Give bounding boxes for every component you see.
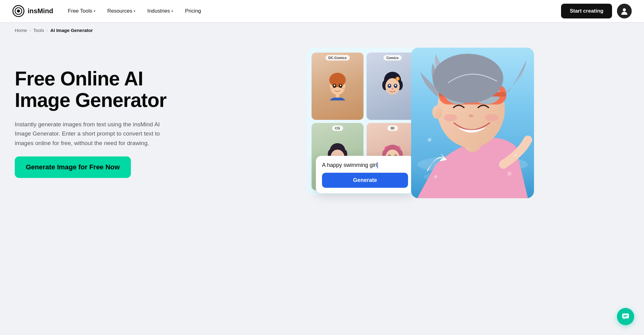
hero-description: Instantly generate images from text usin… (15, 120, 168, 148)
svg-rect-65 (622, 313, 629, 318)
svg-point-58 (485, 114, 498, 121)
svg-point-60 (432, 105, 442, 119)
nav-free-tools[interactable]: Free Tools ▾ (63, 6, 100, 17)
user-avatar-button[interactable] (617, 4, 632, 18)
svg-point-21 (389, 85, 390, 86)
svg-point-3 (623, 8, 626, 11)
nav-industries[interactable]: Industries ▾ (142, 6, 178, 17)
thumbnail-comics: Comics (367, 53, 418, 120)
svg-point-63 (434, 175, 437, 178)
generate-cta-button[interactable]: Generate Image for Free Now (15, 156, 131, 178)
swimmer-svg (411, 48, 534, 198)
thumbnail-dc-comics: DC-Comics (312, 53, 363, 120)
breadcrumb-sep-2: › (46, 28, 48, 33)
svg-point-24 (386, 88, 389, 89)
illustration-container: DC-Comics (307, 48, 534, 198)
breadcrumb-home[interactable]: Home (15, 28, 27, 33)
svg-point-2 (17, 10, 20, 13)
thumb-image-1 (312, 53, 363, 120)
hero-right: DC-Comics (211, 48, 629, 198)
chat-icon (621, 312, 630, 321)
svg-point-59 (469, 114, 473, 117)
svg-point-61 (428, 138, 431, 142)
hero-section: Free Online AI Image Generator Instantly… (0, 38, 644, 217)
arrow-icon (424, 149, 449, 174)
start-creating-button[interactable]: Start creating (561, 4, 612, 18)
svg-point-5 (329, 73, 346, 87)
nav-resources[interactable]: Resources ▾ (102, 6, 140, 17)
svg-point-11 (342, 88, 345, 89)
hero-left: Free Online AI Image Generator Instantly… (15, 68, 193, 178)
navbar: insMind Free Tools ▾ Resources ▾ Industr… (0, 0, 644, 22)
svg-rect-67 (623, 317, 626, 317)
breadcrumb-current: AI Image Generator (50, 28, 93, 33)
chevron-down-icon: ▾ (94, 9, 96, 13)
user-icon (620, 7, 629, 15)
thumb-label-dc-comics: DC-Comics (325, 55, 350, 61)
hero-title: Free Online AI Image Generator (15, 68, 193, 111)
logo[interactable]: insMind (12, 5, 53, 17)
svg-point-18 (397, 77, 399, 80)
svg-point-22 (395, 85, 396, 86)
svg-point-8 (334, 85, 335, 86)
nav-right: Start creating (561, 4, 632, 18)
svg-point-23 (391, 88, 394, 89)
breadcrumb-sep-1: › (29, 28, 31, 33)
prompt-box: A happy swimming girl Generate (316, 156, 414, 193)
logo-text: insMind (28, 7, 53, 15)
generate-button[interactable]: Generate (322, 173, 408, 188)
chat-support-button[interactable] (617, 308, 634, 325)
text-cursor (377, 162, 378, 168)
svg-point-25 (396, 88, 399, 89)
svg-point-56 (433, 54, 503, 103)
svg-point-10 (330, 88, 333, 89)
svg-point-9 (340, 85, 341, 86)
breadcrumb-tools[interactable]: Tools (33, 28, 44, 33)
nav-links: Free Tools ▾ Resources ▾ Industries ▾ Pr… (63, 6, 551, 17)
thumb-label-comics: Comics (383, 55, 402, 61)
svg-rect-66 (623, 315, 628, 316)
chevron-down-icon: ▾ (171, 9, 173, 13)
thumb-label-3d: 3D (387, 125, 398, 131)
svg-point-64 (507, 171, 512, 176)
svg-point-57 (444, 114, 457, 121)
breadcrumb: Home › Tools › AI Image Generator (0, 22, 644, 38)
logo-icon (12, 5, 25, 17)
swimmer-illustration (411, 48, 534, 198)
svg-rect-12 (336, 93, 340, 97)
prompt-text: A happy swimming girl (322, 161, 408, 169)
thumb-label-cg: CG (332, 125, 343, 131)
nav-pricing[interactable]: Pricing (180, 6, 206, 17)
chevron-down-icon: ▾ (134, 9, 135, 13)
svg-point-62 (514, 154, 517, 156)
thumb-image-2 (367, 53, 418, 120)
